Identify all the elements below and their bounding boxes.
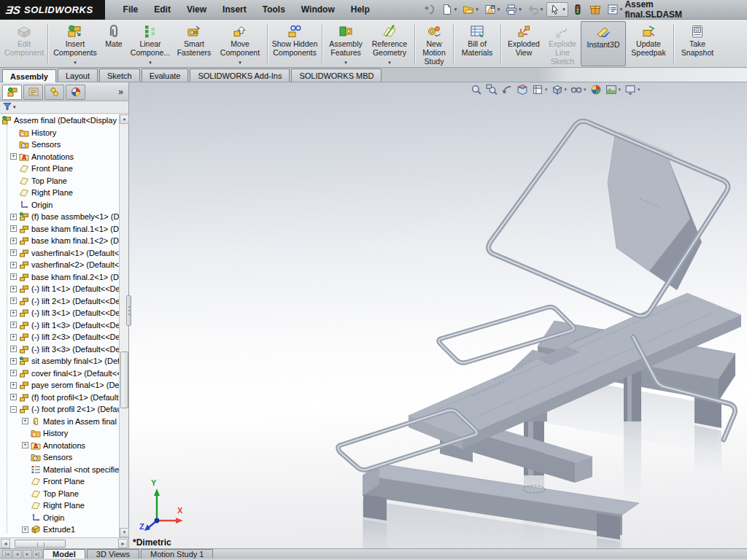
scrollbar-thumb[interactable] xyxy=(15,540,66,548)
instant3d-button[interactable]: Instant3D xyxy=(581,21,626,66)
tree-item-f-foot-profil-1-default[interactable]: +(f) foot profil<1> (Default< xyxy=(0,392,119,404)
tab-sketch[interactable]: Sketch xyxy=(99,69,140,82)
expand-toggle[interactable]: + xyxy=(10,153,17,160)
view-settings-button[interactable]: ▾ xyxy=(624,84,640,96)
tree-item-lift-3-1-default-def[interactable]: +(-) lift 3<1> (Default<<Def xyxy=(0,307,119,319)
show-hidden-components-button[interactable]: Show Hidden Components xyxy=(270,21,320,66)
menu-window[interactable]: Window xyxy=(293,0,343,20)
tree-item-sensors[interactable]: Sensors xyxy=(0,451,119,464)
scroll-up-icon[interactable]: ▲ xyxy=(120,114,129,124)
tab-evaluate[interactable]: Evaluate xyxy=(142,69,189,82)
expand-toggle[interactable]: + xyxy=(10,310,17,316)
linear-compone-button[interactable]: Linear Compone...▾ xyxy=(128,21,173,66)
tree-item-base-kham-final-2-1-def[interactable]: +base kham final.2<1> (Def xyxy=(0,271,119,284)
tree-horizontal-scrollbar[interactable]: ◂ ▸ xyxy=(0,537,128,548)
apply-scene-button[interactable]: ▾ xyxy=(605,84,622,96)
zoom-fit-button[interactable] xyxy=(471,84,482,96)
tree-item-assem-final-default-display[interactable]: Assem final (Default<Display xyxy=(0,114,119,127)
expand-toggle[interactable]: + xyxy=(10,394,17,400)
insert-components-button[interactable]: Insert Components▾ xyxy=(50,21,100,66)
smart-fasteners-button[interactable]: Smart Fasteners xyxy=(173,21,215,66)
rebuild-button[interactable] xyxy=(570,3,586,16)
menu-tools[interactable]: Tools xyxy=(255,0,293,20)
bottom-tab-3d-views[interactable]: 3D Views xyxy=(87,549,139,559)
panel-expand-chevron[interactable]: » xyxy=(115,87,126,97)
expand-toggle[interactable]: + xyxy=(10,286,17,292)
tree-item-front-plane[interactable]: Front Plane xyxy=(0,475,119,488)
expand-toggle[interactable]: + xyxy=(10,273,17,280)
tree-item-paye-serom-final-1-defa[interactable]: +paye serom final<1> (Defa xyxy=(0,379,119,392)
tree-vertical-scrollbar[interactable]: ▲ ▼ xyxy=(119,114,128,537)
expand-toggle[interactable]: + xyxy=(10,346,17,352)
tab-assembly[interactable]: Assembly xyxy=(2,69,56,82)
options-button[interactable] xyxy=(587,3,603,16)
take-snapshot-button[interactable]: Take Snapshot xyxy=(676,21,719,66)
tree-item-sensors[interactable]: Sensors xyxy=(0,139,119,151)
nav-next-button[interactable]: ▸ xyxy=(23,550,32,559)
expand-toggle[interactable]: + xyxy=(10,214,17,220)
tree-item-material-not-specified[interactable]: Material <not specified xyxy=(0,464,119,476)
nav-last-button[interactable]: ▸| xyxy=(33,550,42,559)
expand-toggle[interactable]: + xyxy=(22,442,28,448)
tree-item-top-plane[interactable]: Top Plane xyxy=(0,488,119,500)
tree-item-right-plane[interactable]: Right Plane xyxy=(0,187,119,199)
menu-file[interactable]: File xyxy=(115,0,147,20)
section-view-button[interactable] xyxy=(516,84,528,96)
edit-appearance-button[interactable] xyxy=(590,84,602,96)
move-component-button[interactable]: Move Component▾ xyxy=(215,21,265,66)
nav-prev-button[interactable]: ◂ xyxy=(12,550,22,559)
tree-item-right-plane[interactable]: Right Plane xyxy=(0,499,119,512)
tab-layout[interactable]: Layout xyxy=(58,69,98,82)
print-button[interactable]: ▾ xyxy=(503,3,524,16)
nav-first-button[interactable]: |◂ xyxy=(2,550,12,559)
scroll-down-icon[interactable]: ▼ xyxy=(120,528,129,537)
expand-toggle[interactable]: − xyxy=(10,406,17,413)
update-speedpak-button[interactable]: Update Speedpak xyxy=(626,21,671,66)
new-motion-study-button[interactable]: New Motion Study xyxy=(417,21,451,66)
menu-edit[interactable]: Edit xyxy=(146,0,179,20)
expand-toggle[interactable]: + xyxy=(10,382,17,389)
tree-item-foot-profil-2-1-defau[interactable]: −(-) foot profil 2<1> (Defau xyxy=(0,403,119,416)
menu-insert[interactable]: Insert xyxy=(214,0,255,20)
hide-show-items-button[interactable]: ▾ xyxy=(570,84,587,96)
zoom-area-button[interactable] xyxy=(486,84,498,96)
edit-component-button[interactable]: Edit Component xyxy=(3,21,45,66)
expand-toggle[interactable]: + xyxy=(10,358,17,365)
filter-dropdown-icon[interactable]: ▾ xyxy=(13,104,16,110)
tab-solidworks-mbd[interactable]: SOLIDWORKS MBD xyxy=(291,69,382,82)
tree-item-mates-in-assem-final[interactable]: +Mates in Assem final xyxy=(0,416,119,428)
graphics-viewport[interactable]: ▾▾▾▾▾ xyxy=(129,82,747,548)
expand-toggle[interactable]: + xyxy=(10,322,17,328)
expand-toggle[interactable]: + xyxy=(22,418,28,424)
tree-item-annotations[interactable]: +AAnnotations xyxy=(0,440,119,452)
filter-icon[interactable] xyxy=(3,101,12,114)
search-assistant-button[interactable] xyxy=(422,3,438,16)
undo-button[interactable]: ▾ xyxy=(525,3,546,16)
new-document-button[interactable]: ▾ xyxy=(439,3,460,16)
expand-toggle[interactable]: + xyxy=(10,334,17,341)
file-properties-button[interactable]: ▾ xyxy=(605,3,625,16)
expand-toggle[interactable]: + xyxy=(22,526,28,533)
tree-item-origin[interactable]: Origin xyxy=(0,512,119,524)
tree-item-lift-2-1-default-def[interactable]: +(-) lift 2<1> (Default<<Def xyxy=(0,295,119,308)
assembly-features-button[interactable]: Assembly Features▾ xyxy=(325,21,367,66)
tree-item-annotations[interactable]: +AAnnotations xyxy=(0,151,119,163)
reference-geometry-button[interactable]: Reference Geometry▾ xyxy=(367,21,412,66)
scroll-left-icon[interactable]: ◂ xyxy=(1,539,10,548)
bottom-tab-model[interactable]: Model xyxy=(43,549,85,559)
exploded-view-button[interactable]: Exploded View xyxy=(503,21,544,66)
tree-item-origin[interactable]: Origin xyxy=(0,199,119,211)
tree-item-lift-2-3-default-def[interactable]: +(-) lift 2<3> (Default<<Def xyxy=(0,331,119,343)
tab-solidworks-add-ins[interactable]: SOLIDWORKS Add-Ins xyxy=(190,69,290,82)
tree-item-f-base-assmbely-1-def[interactable]: +(f) base assmbely<1> (Def xyxy=(0,211,119,223)
tree-item-cover-final-1-default[interactable]: +cover final<1> (Default<< xyxy=(0,368,119,380)
expand-toggle[interactable]: + xyxy=(10,298,17,304)
scroll-right-icon[interactable]: ▸ xyxy=(118,539,128,548)
tree-item-vasherfinal-2-default[interactable]: +vasherfinal<2> (Default<< xyxy=(0,259,119,271)
panel-tab-configurations[interactable] xyxy=(44,85,64,100)
panel-tab-feature-tree[interactable] xyxy=(2,85,22,100)
panel-tab-property-manager[interactable] xyxy=(23,85,43,100)
mate-button[interactable]: Mate xyxy=(100,21,128,66)
explode-line-sketch-button[interactable]: Explode Line Sketch xyxy=(544,21,581,66)
expand-toggle[interactable]: + xyxy=(10,225,17,232)
